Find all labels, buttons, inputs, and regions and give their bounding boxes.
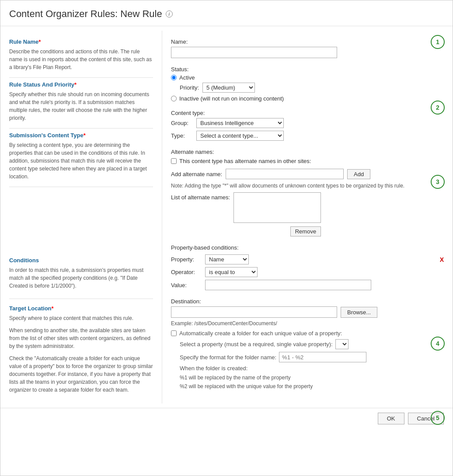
badge-3: 3: [431, 175, 445, 189]
status-section: Status: Active Priority: 5 (Medium) 1 (L…: [171, 66, 444, 102]
submission-content-desc: By selecting a content type, you are det…: [9, 141, 153, 181]
when-folder-label: When the folder is created:: [180, 365, 247, 372]
folder-format-input[interactable]: [279, 352, 366, 362]
rule-name-title: Rule Name*: [9, 38, 153, 45]
target-location-title: Target Location*: [9, 305, 153, 312]
ok-button[interactable]: OK: [378, 413, 404, 424]
alternate-names-checkbox[interactable]: [171, 158, 177, 164]
name-input[interactable]: [171, 47, 337, 58]
operator-label: Operator:: [171, 269, 202, 275]
badge-1: 1: [431, 35, 445, 49]
group-select[interactable]: Business Intelligence All Groups Documen…: [196, 118, 284, 128]
active-radio[interactable]: [171, 75, 177, 80]
remove-button[interactable]: Remove: [290, 226, 321, 236]
name-section: Name:: [171, 38, 444, 58]
info-icon[interactable]: i: [166, 10, 173, 17]
inactive-radio-row: Inactive (will not run on incoming conte…: [171, 95, 444, 102]
left-panel: Rule Name* Describe the conditions and a…: [0, 31, 162, 403]
when-folder-item1: %1 will be replaced by the name of the p…: [180, 373, 444, 382]
when-folder-item2: %2 will be replaced with the unique valu…: [180, 382, 444, 391]
priority-label: Priority:: [180, 84, 199, 91]
rule-name-desc: Describe the conditions and actions of t…: [9, 48, 153, 71]
conditions-section-right: Property-based conditions: Property: Nam…: [171, 244, 444, 290]
content-type-section: Content type: Group: Business Intelligen…: [171, 110, 444, 141]
conditions-desc: In order to match this rule, a submissio…: [9, 266, 153, 290]
select-property-select[interactable]: [335, 339, 348, 349]
destination-row: Browse...: [171, 306, 444, 318]
right-panel: 1 Name: 2 Status: Active Priority: 5 (Me…: [162, 31, 453, 403]
inactive-label: Inactive (will not run on incoming conte…: [179, 95, 284, 102]
badge-2: 2: [431, 101, 445, 115]
target-location-desc3: Check the "Automatically create a folder…: [9, 354, 153, 394]
rule-status-section: Rule Status And Priority* Specify whethe…: [9, 81, 153, 122]
conditions-title: Conditions: [9, 257, 153, 264]
inactive-radio[interactable]: [171, 96, 177, 101]
group-label: Group:: [171, 120, 193, 126]
list-alternate-textarea[interactable]: [233, 192, 321, 223]
add-alternate-input[interactable]: [226, 169, 344, 179]
conditions-section: Conditions In order to match this rule, …: [9, 257, 153, 290]
select-property-label: Select a property (must be a required, s…: [180, 341, 333, 347]
target-location-desc1: Specify where to place content that matc…: [9, 314, 153, 322]
select-property-row: Select a property (must be a required, s…: [180, 339, 444, 349]
alternate-names-checkbox-row: This content type has alternate names in…: [171, 158, 444, 164]
auto-folder-section: Automatically create a folder for each u…: [171, 330, 444, 391]
auto-create-label: Automatically create a folder for each u…: [179, 330, 342, 337]
auto-folder-checkbox[interactable]: [171, 330, 177, 336]
destination-input[interactable]: [171, 306, 337, 318]
priority-select[interactable]: 5 (Medium) 1 (Lowest) 2 3 4 6 7 8 9 (Hig…: [202, 83, 255, 93]
property-select[interactable]: Name: [205, 254, 249, 264]
rule-status-desc: Specify whether this rule should run on …: [9, 90, 153, 122]
active-radio-row: Active: [171, 74, 444, 81]
value-input[interactable]: [205, 280, 371, 290]
rule-name-section: Rule Name* Describe the conditions and a…: [9, 38, 153, 71]
type-row: Type: Select a content type...: [171, 131, 444, 141]
priority-row: Priority: 5 (Medium) 1 (Lowest) 2 3 4 6 …: [180, 83, 444, 93]
example-text: Example: /sites/DocumentCenter/Documents…: [171, 320, 444, 327]
note-text: Note: Adding the type "*" will allow doc…: [171, 183, 444, 189]
name-label: Name:: [171, 38, 444, 45]
page-title: Content Organizer Rules: New Rule i: [0, 0, 453, 26]
browse-button[interactable]: Browse...: [341, 307, 377, 318]
group-row: Group: Business Intelligence All Groups …: [171, 118, 444, 128]
x-button[interactable]: X: [440, 256, 444, 263]
status-label: Status:: [171, 66, 444, 73]
add-alternate-row: Add alternate name: Add: [171, 169, 444, 179]
active-label: Active: [179, 74, 195, 81]
type-label: Type:: [171, 132, 193, 139]
rule-status-title: Rule Status And Priority*: [9, 81, 153, 88]
alternate-names-section: Alternate names: This content type has a…: [171, 149, 444, 236]
target-location-section: Target Location* Specify where to place …: [9, 305, 153, 394]
add-button[interactable]: Add: [347, 169, 370, 179]
operator-row: Operator: is equal to: [171, 267, 444, 277]
when-folder-section: When the folder is created:: [180, 365, 444, 372]
value-label: Value:: [171, 282, 202, 288]
content-type-label: Content type:: [171, 110, 444, 116]
auto-folder-row: Automatically create a folder for each u…: [171, 330, 444, 337]
alternate-names-checkbox-label: This content type has alternate names in…: [179, 158, 311, 164]
folder-format-row: Specify the format for the folder name:: [180, 352, 444, 362]
list-alternate-label: List of alternate names:: [171, 192, 230, 201]
target-location-desc2: When sending to another site, the availa…: [9, 327, 153, 350]
value-row: Value:: [171, 280, 444, 290]
operator-select[interactable]: is equal to: [205, 267, 258, 277]
badge-4: 4: [431, 337, 445, 351]
destination-label: Destination:: [171, 298, 444, 305]
property-row: Property: Name X: [171, 254, 444, 264]
type-select[interactable]: Select a content type...: [196, 131, 284, 141]
badge-5: 5: [431, 411, 445, 425]
property-label: Property:: [171, 256, 202, 263]
submission-content-title: Submission's Content Type*: [9, 132, 153, 139]
submission-content-section: Submission's Content Type* By selecting …: [9, 132, 153, 181]
folder-format-label: Specify the format for the folder name:: [180, 354, 276, 361]
target-section: Destination: Browse... Example: /sites/D…: [171, 298, 444, 391]
add-alternate-label: Add alternate name:: [171, 171, 222, 177]
ok-cancel-row: OK Cancel: [0, 408, 453, 431]
alternate-names-label: Alternate names:: [171, 149, 444, 155]
list-alternate-names-row: List of alternate names: Remove: [171, 192, 444, 236]
property-conditions-label: Property-based conditions:: [171, 244, 444, 251]
